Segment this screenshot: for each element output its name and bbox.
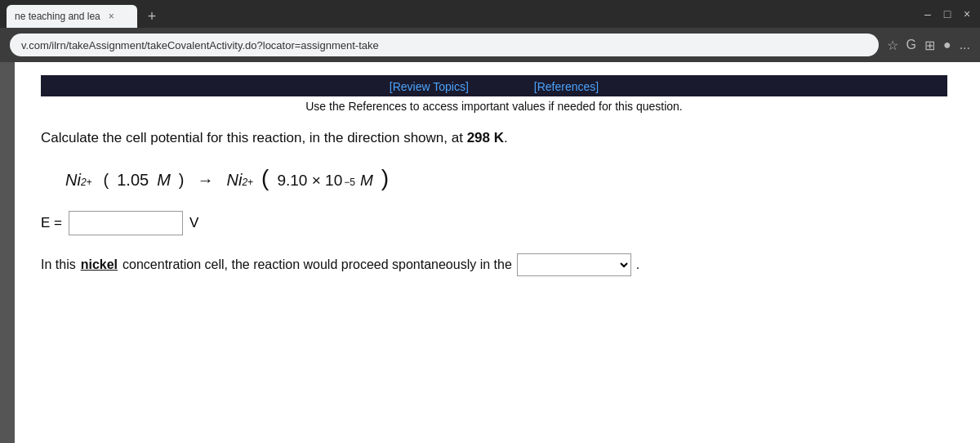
product-exponent: −5 xyxy=(344,177,355,188)
refresh-icon[interactable]: G xyxy=(906,38,916,52)
close-button[interactable]: × xyxy=(960,7,973,20)
product: Ni2+ xyxy=(227,171,254,190)
e-equals-label: E = xyxy=(41,215,62,231)
product-paren-close: ) xyxy=(381,167,389,190)
temperature-value: 298 K xyxy=(467,130,504,145)
title-bar: ne teaching and lea × + – □ × xyxy=(0,0,980,28)
reactant-conc: 1.05 xyxy=(117,171,149,190)
volts-unit-label: V xyxy=(189,215,198,231)
content-area: [Review Topics] [References] Use the Ref… xyxy=(0,62,980,443)
extensions-icon[interactable]: ⊞ xyxy=(924,38,935,53)
bottom-text-before: In this xyxy=(41,257,76,272)
e-answer-input[interactable] xyxy=(69,211,183,235)
question-text-content: Calculate the cell potential for this re… xyxy=(41,130,508,145)
browser-icons: ☆ G ⊞ ● ... xyxy=(887,38,970,53)
period: . xyxy=(636,257,639,272)
input-row: E = V xyxy=(41,211,947,235)
reaction-arrow: → xyxy=(198,171,214,190)
url-input[interactable] xyxy=(10,34,879,56)
product-unit: M xyxy=(360,172,373,190)
review-topics-link[interactable]: [Review Topics] xyxy=(390,80,469,93)
bottom-text-middle: concentration cell, the reaction would p… xyxy=(122,257,512,272)
question-text: Calculate the cell potential for this re… xyxy=(41,128,947,149)
bottom-text: In this nickel concentration cell, the r… xyxy=(41,253,947,276)
equation-area: Ni2+ ( 1.05 M ) → Ni2+ ( 9.10 × 10−5 M ) xyxy=(65,167,947,190)
product-concentration: 9.10 × 10−5 M xyxy=(277,172,372,190)
product-paren-open: ( xyxy=(261,167,269,190)
menu-icon[interactable]: ... xyxy=(960,38,970,52)
profile-icon[interactable]: ● xyxy=(943,38,951,52)
sidebar-strip xyxy=(0,62,15,443)
reactant: Ni2+ xyxy=(65,171,92,190)
product-charge: 2+ xyxy=(242,177,253,188)
new-tab-button[interactable]: + xyxy=(140,5,163,28)
reactant-paren-open: ( xyxy=(100,171,109,190)
tab-label: ne teaching and lea xyxy=(15,11,100,22)
reactant-unit: M xyxy=(157,171,171,190)
active-tab[interactable]: ne teaching and lea × xyxy=(7,5,137,28)
minimize-button[interactable]: – xyxy=(921,7,934,20)
tab-area: ne teaching and lea × + xyxy=(7,0,163,28)
star-icon[interactable]: ☆ xyxy=(887,38,898,53)
reactant-charge: 2+ xyxy=(81,177,92,188)
reactant-paren-close: ) xyxy=(179,171,185,190)
restore-button[interactable]: □ xyxy=(941,7,954,20)
tab-close-button[interactable]: × xyxy=(109,11,114,22)
references-link[interactable]: [References] xyxy=(534,80,599,93)
direction-select[interactable]: forward direction reverse direction xyxy=(517,253,631,276)
main-content: [Review Topics] [References] Use the Ref… xyxy=(16,62,980,293)
nickel-label: nickel xyxy=(81,257,118,272)
window-controls: – □ × xyxy=(921,7,973,20)
reference-note: Use the References to access important v… xyxy=(41,100,947,113)
top-links-bar: [Review Topics] [References] xyxy=(41,75,947,96)
address-bar: ☆ G ⊞ ● ... xyxy=(0,28,980,62)
